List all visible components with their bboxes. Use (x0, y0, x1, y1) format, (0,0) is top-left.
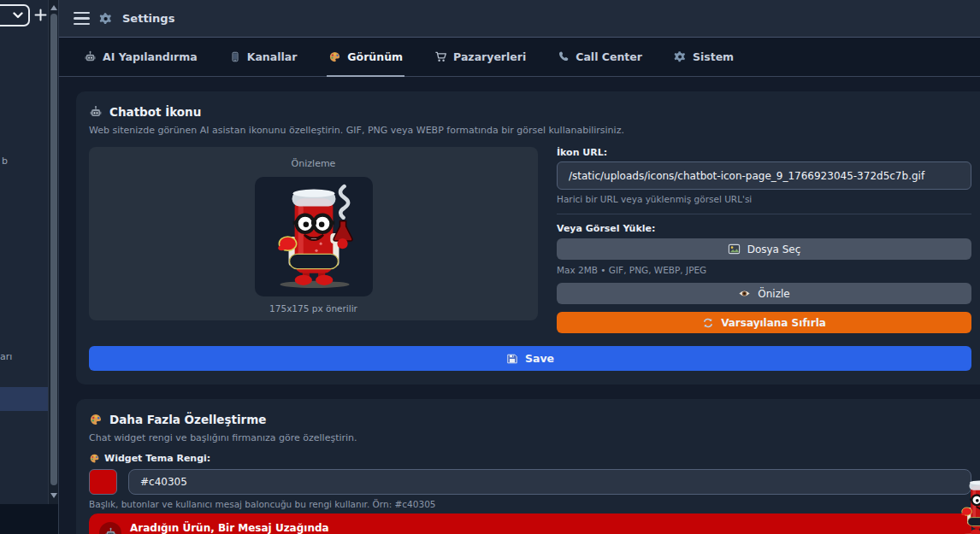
hamburger-menu-button[interactable] (74, 12, 90, 26)
icon-preview-tile (255, 177, 373, 296)
palette-icon (89, 453, 100, 464)
chatbot-mascot-image (266, 183, 362, 290)
tab-ai-yapilandirma[interactable]: AI Yapılandırma (82, 38, 199, 77)
sidebar-footer (0, 504, 58, 534)
button-label: Varsayılana Sıfırla (721, 317, 826, 329)
icon-preview-panel: Önizleme 175x175 px önerilir (89, 147, 538, 320)
choose-file-button[interactable]: Dosya Seç (557, 238, 971, 260)
tab-switcher-select[interactable] (0, 4, 30, 26)
button-label: Önizle (758, 288, 789, 300)
sidebar-item-partial[interactable]: b (2, 156, 8, 167)
scrollbar-thumb[interactable] (50, 14, 57, 485)
icon-url-input[interactable] (557, 161, 971, 190)
chevron-down-icon (13, 12, 23, 19)
chatbot-mascot-launcher-image (954, 477, 980, 534)
floppy-icon (506, 353, 518, 365)
widget-preview-bar: Aradığın Ürün, Bir Mesaj Uzağında Çevrim… (89, 513, 971, 534)
settings-page: Settings AI Yapılandırma Kanallar Görünü… (58, 0, 980, 534)
widget-avatar (99, 522, 121, 534)
cart-icon (434, 50, 447, 63)
chat-widget-launcher[interactable] (954, 477, 980, 534)
palette-icon (89, 413, 103, 426)
tab-pazaryerleri[interactable]: Pazaryerleri (433, 38, 528, 77)
tab-sistem[interactable]: Sistem (672, 38, 735, 77)
robot-icon (104, 527, 117, 534)
upload-label: Veya Görsel Yükle: (557, 223, 971, 234)
icon-url-help: Harici bir URL veya yüklenmiş görsel URL… (557, 194, 971, 204)
tab-label: Kanallar (247, 50, 298, 63)
theme-color-label: Widget Tema Rengi: (104, 453, 210, 464)
tab-kanallar[interactable]: Kanallar (227, 38, 299, 77)
button-label: Dosya Seç (747, 244, 801, 255)
plus-icon (34, 9, 47, 21)
section-description: Chat widget rengi ve başlığını firmanıza… (89, 432, 971, 443)
preview-size-hint: 175x175 px önerilir (89, 303, 538, 314)
sidebar-item-selected[interactable] (0, 387, 48, 411)
robot-icon (89, 105, 103, 119)
customize-card: Daha Fazla Özelleştirme Chat widget reng… (76, 399, 980, 534)
scroll-down-icon[interactable] (50, 493, 57, 498)
preview-button[interactable]: Önizle (557, 283, 971, 304)
robot-icon (84, 50, 97, 63)
tab-label: Call Center (576, 50, 642, 63)
tab-label: Görünüm (347, 50, 403, 63)
button-label: Save (525, 352, 554, 365)
section-title-row: Chatbot İkonu (89, 105, 971, 119)
divider (557, 214, 971, 214)
tab-label: AI Yapılandırma (103, 50, 198, 63)
theme-color-swatch[interactable] (89, 469, 117, 495)
tab-gorunum[interactable]: Görünüm (327, 38, 404, 77)
preview-label: Önizleme (89, 158, 538, 169)
image-icon (728, 243, 741, 255)
tab-label: Sistem (693, 50, 734, 63)
page-header: Settings (59, 0, 980, 38)
sidebar-scrollbar[interactable] (48, 0, 58, 504)
reset-default-button[interactable]: Varsayılana Sıfırla (557, 312, 971, 333)
eye-icon (738, 287, 751, 300)
new-tab-button[interactable] (32, 3, 48, 26)
section-title: Daha Fazla Özelleştirme (109, 413, 266, 426)
tab-call-center[interactable]: Call Center (556, 38, 644, 77)
icon-url-label: İkon URL: (557, 147, 971, 158)
gear-icon (674, 50, 687, 63)
tab-label: Pazaryerleri (453, 50, 526, 63)
theme-color-help: Başlık, butonlar ve kullanıcı mesaj balo… (89, 499, 971, 509)
scroll-up-icon[interactable] (50, 5, 57, 10)
section-description: Web sitenizde görünen AI asistan ikonunu… (89, 125, 971, 136)
chatbot-icon-card: Chatbot İkonu Web sitenizde görünen AI a… (76, 91, 980, 384)
save-button[interactable]: Save (89, 346, 971, 371)
call-icon (558, 50, 570, 62)
section-title: Chatbot İkonu (109, 105, 201, 119)
sidebar-sliver: b arı (0, 0, 48, 534)
upload-help: Max 2MB • GIF, PNG, WEBP, JPEG (557, 265, 971, 275)
phone-icon (229, 50, 241, 63)
palette-icon (328, 50, 341, 63)
widget-title: Aradığın Ürün, Bir Mesaj Uzağında (130, 522, 329, 534)
theme-color-input[interactable] (128, 469, 971, 495)
settings-tabs: AI Yapılandırma Kanallar Görünüm Pazarye… (59, 38, 980, 77)
gear-icon (99, 12, 113, 26)
reset-icon (702, 317, 714, 329)
tab-content: Chatbot İkonu Web sitenizde görünen AI a… (59, 77, 980, 534)
sidebar-item-partial[interactable]: arı (0, 351, 12, 362)
page-title: Settings (122, 12, 174, 25)
theme-color-label-row: Widget Tema Rengi: (89, 453, 971, 464)
section-title-row: Daha Fazla Özelleştirme (89, 413, 971, 426)
